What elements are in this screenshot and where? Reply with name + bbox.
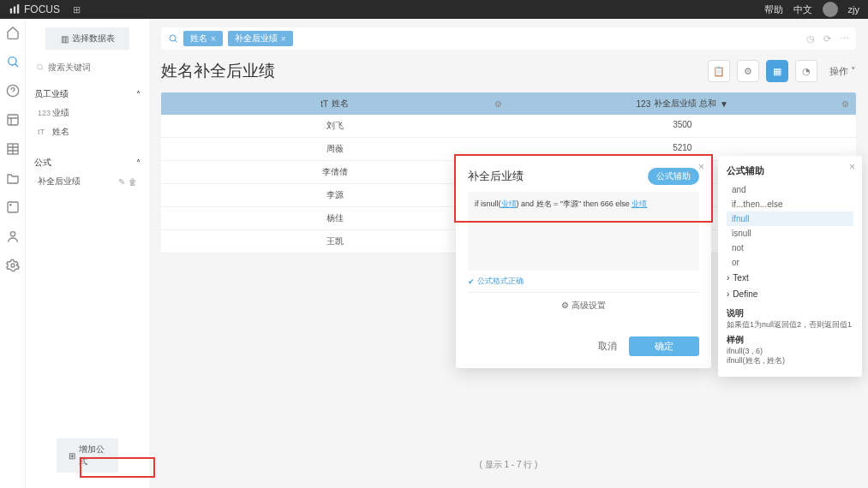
edit-icon[interactable]: ✎ bbox=[118, 177, 125, 187]
chevron-up-icon: ˄ bbox=[136, 90, 141, 99]
select-datasource-button[interactable]: ▥ 选择数据表 bbox=[45, 27, 129, 50]
query-bar[interactable]: 姓名× 补全后业绩× ◷ ⟳ ⋯ bbox=[161, 27, 856, 50]
helper-title: 公式辅助 bbox=[727, 164, 853, 177]
table-row: 刘飞3500 bbox=[161, 115, 856, 138]
clipboard-button[interactable]: 📋 bbox=[708, 60, 730, 82]
close-icon[interactable]: × bbox=[849, 161, 855, 173]
search-icon bbox=[168, 33, 178, 44]
help-icon[interactable] bbox=[6, 84, 20, 98]
svg-rect-0 bbox=[10, 9, 12, 14]
advanced-settings[interactable]: ⚙ 高级设置 bbox=[468, 292, 699, 318]
nav-rail bbox=[0, 19, 26, 488]
delete-icon[interactable]: 🗑 bbox=[129, 177, 137, 187]
datasource-icon: ▥ bbox=[61, 34, 69, 44]
example-text: ifnull(姓名 , 姓名) bbox=[727, 356, 785, 365]
field-search[interactable] bbox=[33, 60, 142, 74]
page-title: 姓名补全后业绩 bbox=[161, 60, 275, 82]
close-icon[interactable]: × bbox=[698, 161, 704, 173]
function-item[interactable]: or bbox=[727, 255, 853, 270]
history-icon[interactable]: ◷ bbox=[806, 33, 815, 45]
search-icon bbox=[36, 62, 45, 72]
formula-item[interactable]: 补全后业绩 ✎ 🗑 bbox=[33, 172, 142, 191]
user-icon[interactable] bbox=[6, 229, 20, 243]
pin-icon[interactable] bbox=[6, 200, 20, 214]
svg-rect-5 bbox=[8, 115, 18, 125]
formula-input[interactable]: if isnull(业绩) and 姓名 = "李源" then 666 els… bbox=[468, 192, 699, 271]
settings-icon[interactable] bbox=[6, 259, 20, 272]
content: 姓名× 补全后业绩× ◷ ⟳ ⋯ 姓名补全后业绩 📋 ⚙ ▦ ◔ 操作˅ tT姓… bbox=[149, 19, 868, 488]
category-item[interactable]: ›Define bbox=[727, 286, 853, 302]
text-icon: tT bbox=[38, 128, 48, 136]
table-icon[interactable] bbox=[6, 142, 20, 156]
brand: FOCUS bbox=[9, 3, 60, 15]
chart-view-button[interactable]: ◔ bbox=[795, 60, 817, 82]
svg-point-11 bbox=[38, 64, 43, 69]
chevron-right-icon: › bbox=[727, 273, 729, 283]
row-count: ( 显示 1 - 7 行 ) bbox=[161, 459, 856, 471]
function-item[interactable]: ifnull bbox=[727, 211, 853, 226]
more-icon[interactable]: ⋯ bbox=[840, 33, 849, 45]
example-text: ifnull(3 , 6) bbox=[727, 347, 763, 355]
search-icon[interactable] bbox=[6, 55, 20, 68]
desc-heading: 说明 bbox=[727, 307, 853, 319]
ok-button[interactable]: 确定 bbox=[629, 336, 699, 356]
desc-text: 如果值1为null返回值2，否则返回值1 bbox=[727, 320, 852, 329]
query-chip[interactable]: 补全后业绩× bbox=[228, 31, 293, 46]
svg-rect-2 bbox=[17, 4, 19, 14]
function-item[interactable]: isnull bbox=[727, 226, 853, 241]
formula-section[interactable]: 公式 ˄ bbox=[33, 153, 142, 172]
modal-title: 补全后业绩 bbox=[468, 169, 524, 184]
plus-icon: ⊞ bbox=[69, 451, 75, 461]
folder-icon[interactable] bbox=[6, 171, 20, 185]
function-item[interactable]: not bbox=[727, 241, 853, 255]
sidebar: ▥ 选择数据表 员工业绩 ˄ 123业绩 tT姓名 公式 ˄ 补全后业绩 ✎ 🗑… bbox=[26, 19, 149, 488]
category-item[interactable]: ›Text bbox=[727, 270, 853, 286]
svg-point-3 bbox=[8, 57, 15, 65]
function-item[interactable]: if...then...else bbox=[727, 197, 853, 211]
search-input[interactable] bbox=[48, 62, 139, 72]
svg-point-9 bbox=[10, 232, 15, 236]
refresh-icon[interactable]: ⟳ bbox=[823, 33, 831, 45]
config-button[interactable]: ⚙ bbox=[737, 60, 759, 82]
chevron-up-icon: ˄ bbox=[136, 158, 141, 168]
dataset-section[interactable]: 员工业绩 ˄ bbox=[33, 85, 142, 104]
table-view-button[interactable]: ▦ bbox=[766, 60, 788, 82]
svg-point-10 bbox=[11, 264, 15, 267]
chevron-right-icon: › bbox=[727, 289, 729, 299]
lang-link[interactable]: 中文 bbox=[793, 3, 812, 16]
validation-status: ✔ 公式格式正确 bbox=[456, 271, 711, 287]
column-header[interactable]: 123补全后业绩 总和▼⚙ bbox=[509, 92, 857, 115]
function-item[interactable]: and bbox=[727, 182, 853, 197]
operations-menu[interactable]: 操作˅ bbox=[829, 65, 856, 78]
dashboard-icon[interactable] bbox=[6, 113, 20, 127]
username: zjy bbox=[848, 4, 859, 15]
formula-helper-panel: × 公式辅助 and if...then...else ifnull isnul… bbox=[718, 156, 862, 377]
sort-down-icon[interactable]: ▼ bbox=[720, 99, 728, 109]
svg-rect-7 bbox=[8, 202, 18, 212]
topbar: FOCUS ⊞ 帮助 中文 zjy bbox=[0, 0, 868, 19]
help-link[interactable]: 帮助 bbox=[764, 3, 783, 16]
avatar[interactable] bbox=[823, 2, 838, 17]
formula-helper-button[interactable]: 公式辅助 bbox=[648, 168, 699, 185]
close-icon[interactable]: × bbox=[281, 34, 286, 44]
cancel-button[interactable]: 取消 bbox=[598, 336, 617, 356]
chevron-down-icon: ˅ bbox=[851, 66, 856, 77]
gear-icon[interactable]: ⚙ bbox=[841, 99, 849, 109]
close-icon[interactable]: × bbox=[211, 34, 216, 44]
field-item[interactable]: tT姓名 bbox=[33, 122, 142, 141]
svg-rect-1 bbox=[14, 7, 15, 14]
formula-modal: × 补全后业绩 公式辅助 if isnull(业绩) and 姓名 = "李源"… bbox=[456, 156, 711, 368]
new-tab-icon[interactable]: ⊞ bbox=[73, 4, 81, 15]
column-header[interactable]: tT姓名⚙ bbox=[161, 92, 509, 115]
query-chip[interactable]: 姓名× bbox=[183, 31, 223, 46]
svg-point-8 bbox=[9, 205, 10, 205]
highlight-box bbox=[80, 457, 155, 478]
gear-icon[interactable]: ⚙ bbox=[494, 99, 502, 109]
number-icon: 123 bbox=[38, 109, 48, 117]
example-heading: 样例 bbox=[727, 334, 853, 346]
home-icon[interactable] bbox=[6, 26, 20, 39]
field-item[interactable]: 123业绩 bbox=[33, 104, 142, 122]
svg-point-12 bbox=[170, 35, 176, 41]
